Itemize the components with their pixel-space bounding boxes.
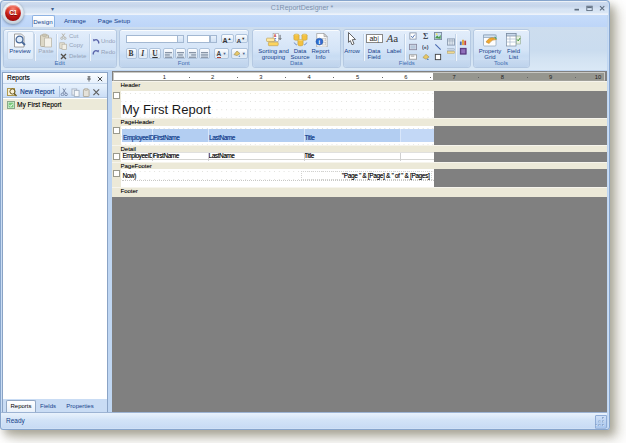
svg-text:(«): («) xyxy=(422,44,429,50)
svg-text:Σ: Σ xyxy=(423,32,428,40)
